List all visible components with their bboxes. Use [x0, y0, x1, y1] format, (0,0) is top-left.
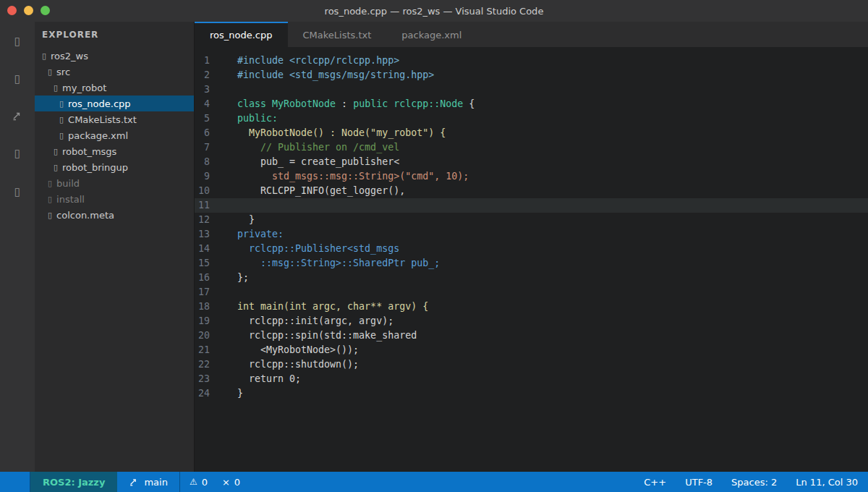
- explorer-icon[interactable]: ▯: [0, 32, 35, 51]
- line-content: [210, 285, 237, 300]
- indentation-indicator[interactable]: Spaces: 2: [731, 477, 777, 488]
- window-title: ros_node.cpp — ros2_ws — Visual Studio C…: [0, 6, 868, 17]
- folder-icon: ▯: [48, 67, 52, 77]
- tab-CMakeLists.txt[interactable]: CMakeLists.txt: [288, 22, 387, 47]
- code-line-22: 22 rclcpp::shutdown();: [195, 357, 868, 372]
- line-number: 21: [195, 343, 210, 357]
- explorer-header: EXPLORER: [42, 30, 98, 40]
- ros-version-label: ROS2: Jazzy: [43, 477, 105, 488]
- minimize-button[interactable]: [24, 6, 33, 15]
- line-number: 23: [195, 372, 210, 386]
- code-line-19: 19 rclcpp::init(argc, argv);: [195, 314, 868, 328]
- tree-item-label: package.xml: [68, 130, 128, 141]
- code-line-23: 23 return 0;: [195, 372, 868, 386]
- tab-ros_node.cpp[interactable]: ros_node.cpp: [195, 22, 288, 47]
- zoom-button[interactable]: [41, 6, 50, 15]
- language-mode-indicator[interactable]: C++: [644, 477, 666, 488]
- error-count: 0: [234, 477, 240, 488]
- activity-bar: ▯▯ ▯▯: [0, 22, 35, 472]
- folder-icon: ▯: [54, 147, 58, 156]
- line-content: RCLCPP_INFO(get_logger(),: [210, 184, 405, 198]
- code-line-6: 6 MyRobotNode() : Node("my_robot") {: [195, 126, 868, 140]
- line-content: return 0;: [210, 372, 301, 386]
- encoding-indicator[interactable]: UTF-8: [685, 477, 712, 488]
- line-content: [210, 198, 237, 213]
- tree-item-label: build: [56, 178, 80, 189]
- line-content: private:: [210, 227, 284, 242]
- problems-indicator[interactable]: ⚠ 0 × 0: [180, 472, 250, 492]
- line-number: 11: [195, 198, 210, 213]
- code-editor[interactable]: 1#include <rclcpp/rclcpp.hpp>2#include <…: [195, 47, 868, 472]
- git-branch-icon: [129, 477, 139, 487]
- error-icon: ×: [222, 477, 230, 488]
- line-content: <MyRobotNode>());: [210, 343, 359, 357]
- code-line-15: 15 ::msg::String>::SharedPtr pub_;: [195, 256, 868, 271]
- code-line-21: 21 <MyRobotNode>());: [195, 343, 868, 357]
- source-control-icon[interactable]: [0, 106, 35, 125]
- tree-item-src[interactable]: ▯src: [35, 64, 194, 80]
- code-line-4: 4class MyRobotNode : public rclcpp::Node…: [195, 97, 868, 111]
- code-line-11: 11: [195, 198, 868, 213]
- line-content: pub_ = create_publisher<: [210, 155, 399, 169]
- tab-package.xml[interactable]: package.xml: [386, 22, 477, 47]
- tree-item-CMakeLists.txt[interactable]: ▯CMakeLists.txt: [35, 111, 194, 127]
- tree-item-label: ros_node.cpp: [68, 98, 131, 109]
- tree-item-ros2_ws[interactable]: ▯ros2_ws: [35, 48, 194, 64]
- ros-version-indicator[interactable]: ROS2: Jazzy: [30, 472, 117, 492]
- status-bar-spacer: [0, 472, 30, 492]
- line-content: rclcpp::spin(std::make_shared: [210, 328, 417, 343]
- tree-item-label: robot_msgs: [62, 146, 116, 157]
- tree-item-robot_msgs[interactable]: ▯robot_msgs: [35, 143, 194, 159]
- line-number: 6: [195, 126, 210, 140]
- status-bar: ROS2: Jazzy main ⚠ 0 × 0 C++ UTF-8 Space…: [0, 472, 868, 492]
- cursor-position-indicator[interactable]: Ln 11, Col 30: [796, 477, 858, 488]
- line-number: 9: [195, 169, 210, 184]
- code-line-2: 2#include <std_msgs/msg/string.hpp>: [195, 68, 868, 82]
- line-number: 14: [195, 242, 210, 256]
- tree-item-label: colcon.meta: [56, 210, 114, 221]
- line-number: 8: [195, 155, 210, 169]
- line-number: 18: [195, 300, 210, 314]
- code-line-3: 3: [195, 82, 868, 97]
- line-number: 12: [195, 213, 210, 227]
- tree-item-my_robot[interactable]: ▯my_robot: [35, 80, 194, 96]
- file-icon: ▯: [59, 131, 64, 140]
- line-content: [210, 82, 237, 97]
- extensions-icon[interactable]: ▯: [0, 182, 35, 201]
- git-branch-indicator[interactable]: main: [117, 472, 179, 492]
- line-number: 22: [195, 357, 210, 372]
- code-line-7: 7 // Publisher on /cmd_vel: [195, 140, 868, 155]
- close-button[interactable]: [7, 6, 17, 15]
- tree-item-label: my_robot: [62, 82, 106, 93]
- line-number: 5: [195, 111, 210, 126]
- line-number: 16: [195, 271, 210, 285]
- explorer-sidebar: EXPLORER ▯ros2_ws▯src▯my_robot▯ros_node.…: [35, 22, 194, 472]
- line-content: int main(int argc, char** argv) {: [210, 300, 428, 314]
- file-icon: ▯: [59, 99, 64, 109]
- warning-icon: ⚠: [190, 477, 197, 487]
- line-content: rclcpp::init(argc, argv);: [210, 314, 393, 328]
- title-bar: ros_node.cpp — ros2_ws — Visual Studio C…: [0, 0, 868, 22]
- line-content: ::msg::String>::SharedPtr pub_;: [210, 256, 440, 271]
- search-icon[interactable]: ▯: [0, 69, 35, 88]
- tree-item-label: CMakeLists.txt: [68, 114, 137, 125]
- folder-icon: ▯: [48, 195, 52, 204]
- tree-item-build[interactable]: ▯build: [35, 175, 194, 191]
- tree-item-robot_bringup[interactable]: ▯robot_bringup: [35, 159, 194, 175]
- code-line-13: 13private:: [195, 227, 868, 242]
- tree-item-colcon.meta[interactable]: ▯colcon.meta: [35, 207, 194, 223]
- code-line-9: 9 std_msgs::msg::String>("cmd", 10);: [195, 169, 868, 184]
- tab-bar: ros_node.cppCMakeLists.txtpackage.xml: [195, 22, 868, 47]
- code-line-16: 16};: [195, 271, 868, 285]
- line-number: 1: [195, 54, 210, 68]
- line-number: 24: [195, 386, 210, 401]
- tree-item-ros_node.cpp[interactable]: ▯ros_node.cpp: [35, 96, 194, 111]
- tree-item-install[interactable]: ▯install: [35, 191, 194, 207]
- file-icon: ▯: [59, 115, 64, 124]
- line-number: 20: [195, 328, 210, 343]
- line-number: 13: [195, 227, 210, 242]
- tree-item-package.xml[interactable]: ▯package.xml: [35, 127, 194, 143]
- run-debug-icon[interactable]: ▯: [0, 144, 35, 163]
- file-icon: ▯: [48, 211, 52, 220]
- code-line-1: 1#include <rclcpp/rclcpp.hpp>: [195, 54, 868, 68]
